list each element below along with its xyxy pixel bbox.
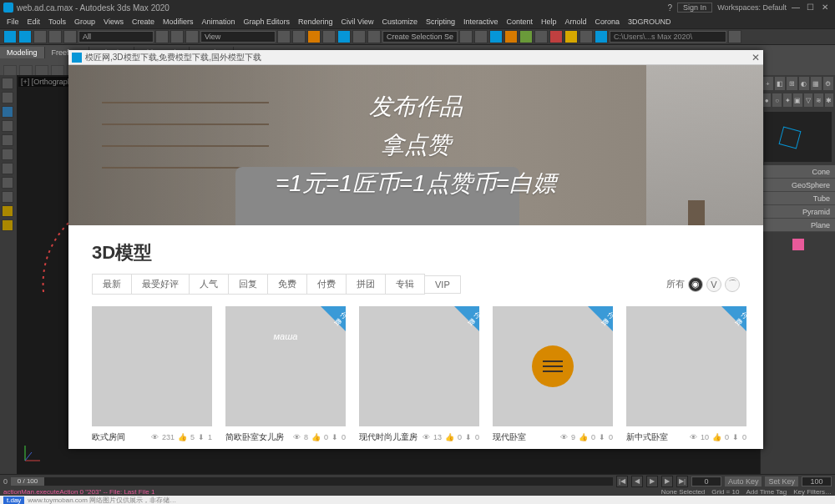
- menu-content[interactable]: Content: [503, 18, 536, 26]
- close-icon[interactable]: ✕: [822, 3, 832, 13]
- align-icon[interactable]: [337, 30, 351, 43]
- key-filters-button[interactable]: Key Filters…: [793, 488, 832, 496]
- curve-editor-icon[interactable]: [367, 30, 381, 43]
- unlink-icon[interactable]: [48, 30, 62, 43]
- geo-button-pyramid[interactable]: Pyramid: [761, 205, 835, 219]
- select-icon[interactable]: [63, 30, 77, 43]
- menu-create[interactable]: Create: [129, 18, 158, 26]
- info-icon[interactable]: [2, 219, 13, 231]
- geo-button-geosphere[interactable]: GeoSphere: [761, 179, 835, 192]
- model-card[interactable]: 付费 现代卧室 👁9 👍0 ⬇0: [493, 306, 613, 448]
- mirror-icon[interactable]: [322, 30, 336, 43]
- menu-edit[interactable]: Edit: [24, 18, 44, 26]
- filter-group[interactable]: 拼团: [346, 274, 386, 295]
- tool-icon[interactable]: [2, 191, 13, 203]
- space-warps-cat-icon[interactable]: ≋: [814, 93, 822, 107]
- redo-icon[interactable]: [18, 30, 32, 43]
- percent-snap-icon[interactable]: [307, 30, 321, 43]
- tool-icon[interactable]: [534, 30, 548, 43]
- renderer-corona-icon[interactable]: ◉: [688, 277, 703, 292]
- shapes-cat-icon[interactable]: ○: [772, 93, 781, 107]
- systems-cat-icon[interactable]: ✱: [825, 93, 833, 107]
- menu-interactive[interactable]: Interactive: [460, 18, 502, 26]
- model-card[interactable]: 付费 新中式卧室 👁10 👍0 ⬇0: [626, 306, 746, 448]
- render-icon[interactable]: [489, 30, 503, 43]
- play-icon[interactable]: ▶: [646, 476, 658, 487]
- layer-icon[interactable]: [352, 30, 366, 43]
- menu-customize[interactable]: Customize: [378, 18, 421, 26]
- ribbon-tab-modeling[interactable]: Modeling: [0, 47, 45, 58]
- time-tag-button[interactable]: Add Time Tag: [746, 488, 787, 496]
- filter-popular[interactable]: 人气: [189, 274, 229, 295]
- menu-animation[interactable]: Animation: [198, 18, 238, 26]
- autokey-button[interactable]: Auto Key: [725, 476, 762, 486]
- tool-icon-2[interactable]: [549, 30, 563, 43]
- motion-tab-icon[interactable]: ◐: [799, 77, 810, 90]
- web-panel-titlebar[interactable]: 模匠网,3D模型下载,免费模型下载,国外模型下载 ✕: [68, 50, 763, 65]
- menu-corona[interactable]: Corona: [592, 18, 624, 26]
- geo-button-cone[interactable]: Cone: [761, 165, 835, 179]
- slider-handle[interactable]: 0 / 100: [11, 477, 44, 486]
- angle-snap-icon[interactable]: [292, 30, 306, 43]
- menu-arnold[interactable]: Arnold: [562, 18, 590, 26]
- undo-icon[interactable]: [3, 30, 17, 43]
- corona-render-icon[interactable]: [504, 30, 518, 43]
- model-thumbnail[interactable]: [92, 306, 212, 426]
- create-tab-icon[interactable]: +: [762, 77, 773, 90]
- tool-icon-3[interactable]: [579, 30, 593, 43]
- corona-ir-icon[interactable]: [519, 30, 533, 43]
- menu-group[interactable]: Group: [71, 18, 99, 26]
- time-slider[interactable]: 0 / 100: [11, 477, 613, 486]
- menu-modifiers[interactable]: Modifiers: [159, 18, 197, 26]
- setkey-button[interactable]: Set Key: [765, 476, 798, 486]
- helpers-cat-icon[interactable]: ▽: [804, 93, 812, 107]
- model-card[interactable]: 付费 маша 简欧卧室女儿房 👁8 👍0 ⬇0: [225, 306, 346, 448]
- selection-set-input[interactable]: [382, 31, 458, 43]
- minimize-icon[interactable]: —: [792, 3, 802, 13]
- model-thumbnail[interactable]: 付费: [359, 306, 479, 426]
- material-editor-icon[interactable]: [459, 30, 473, 43]
- light-icon[interactable]: [2, 205, 13, 217]
- hierarchy-tab-icon[interactable]: ⊞: [787, 77, 797, 90]
- renderer-other-icon[interactable]: ⌒: [725, 277, 740, 292]
- model-card[interactable]: 欧式房间 👁231 👍5 ⬇1: [92, 306, 212, 448]
- select-tool-icon[interactable]: [2, 78, 13, 89]
- warning-icon[interactable]: [564, 30, 578, 43]
- snap-toggle-icon[interactable]: [277, 30, 291, 43]
- maximize-icon[interactable]: ☐: [807, 3, 817, 13]
- model-thumbnail[interactable]: 付费: [493, 306, 613, 426]
- geometry-cat-icon[interactable]: ●: [762, 93, 771, 107]
- web-content[interactable]: 发布作品 拿点赞 =1元=1匠币=1点赞币=白嫖 3D模型 最新 最受好评 人气…: [68, 65, 763, 449]
- utilities-tab-icon[interactable]: ⚙: [823, 77, 834, 90]
- workspace-selector[interactable]: Workspaces: Default: [717, 3, 787, 12]
- lights-cat-icon[interactable]: ✦: [783, 93, 792, 107]
- filter-vip[interactable]: VIP: [424, 275, 461, 294]
- filter-album[interactable]: 专辑: [385, 274, 425, 295]
- link-icon[interactable]: [33, 30, 47, 43]
- goto-start-icon[interactable]: |◀: [616, 476, 628, 487]
- end-frame-input[interactable]: [802, 476, 832, 486]
- geo-button-tube[interactable]: Tube: [761, 192, 835, 205]
- menu-file[interactable]: File: [3, 18, 23, 26]
- goto-end-icon[interactable]: ▶|: [676, 476, 688, 487]
- menu-views[interactable]: Views: [100, 18, 127, 26]
- menu-rendering[interactable]: Rendering: [295, 18, 337, 26]
- model-thumbnail[interactable]: 付费: [626, 306, 746, 426]
- filter-replies[interactable]: 回复: [228, 274, 268, 295]
- ref-coord-input[interactable]: [200, 31, 276, 43]
- menu-graph-editors[interactable]: Graph Editors: [240, 18, 293, 26]
- tool-icon[interactable]: [2, 177, 13, 189]
- tool-icon[interactable]: [2, 120, 13, 132]
- filter-free[interactable]: 免费: [267, 274, 307, 295]
- path-input[interactable]: [610, 31, 726, 43]
- modify-tab-icon[interactable]: ◧: [775, 77, 786, 90]
- cross-tool-icon[interactable]: [2, 92, 13, 103]
- menu-3dground[interactable]: 3DGROUND: [625, 18, 675, 26]
- model-thumbnail[interactable]: 付费 маша: [225, 306, 346, 426]
- scale-icon[interactable]: [185, 30, 199, 43]
- browse-icon[interactable]: [728, 30, 741, 43]
- sign-in-button[interactable]: Sign In: [677, 3, 712, 13]
- tool-icon[interactable]: [2, 149, 13, 160]
- globe-icon[interactable]: [2, 106, 13, 118]
- viewport-cube-preview[interactable]: [764, 112, 832, 162]
